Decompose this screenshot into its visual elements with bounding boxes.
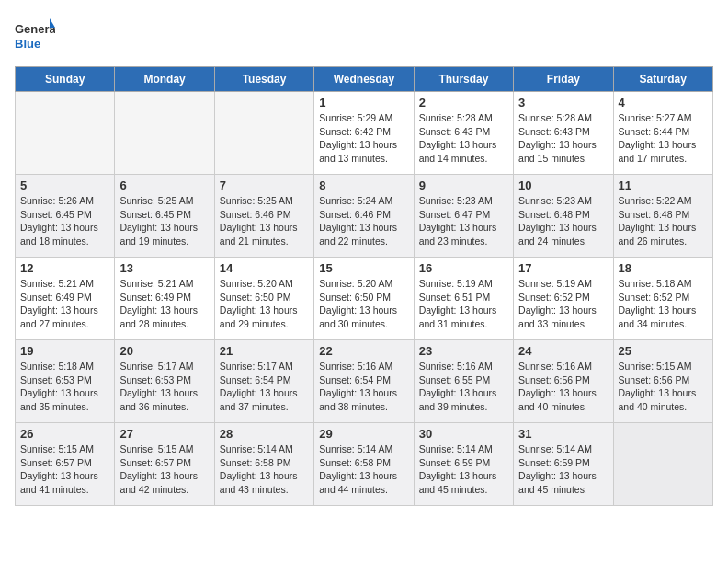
weekday-header-friday: Friday: [514, 67, 613, 92]
day-info: Sunrise: 5:20 AMSunset: 6:50 PMDaylight:…: [220, 277, 309, 331]
calendar-cell: 8Sunrise: 5:24 AMSunset: 6:46 PMDaylight…: [314, 175, 414, 258]
sunrise-text: Sunrise: 5:28 AM: [518, 111, 608, 125]
day-info: Sunrise: 5:21 AMSunset: 6:49 PMDaylight:…: [20, 277, 109, 331]
sunrise-text: Sunrise: 5:15 AM: [119, 442, 209, 456]
day-info: Sunrise: 5:17 AMSunset: 6:53 PMDaylight:…: [119, 360, 209, 414]
weekday-header-monday: Monday: [115, 67, 214, 92]
day-info: Sunrise: 5:25 AMSunset: 6:46 PMDaylight:…: [220, 194, 309, 248]
sunrise-text: Sunrise: 5:25 AM: [220, 194, 309, 208]
day-number: 17: [518, 261, 608, 275]
calendar-cell: [16, 92, 115, 175]
day-info: Sunrise: 5:20 AMSunset: 6:50 PMDaylight:…: [319, 277, 408, 331]
day-number: 10: [518, 178, 608, 192]
sunset-text: Sunset: 6:48 PM: [518, 208, 608, 222]
sunset-text: Sunset: 6:54 PM: [220, 373, 309, 387]
sunset-text: Sunset: 6:55 PM: [419, 373, 508, 387]
sunrise-text: Sunrise: 5:16 AM: [319, 360, 408, 373]
day-number: 5: [20, 178, 109, 192]
sunset-text: Sunset: 6:43 PM: [419, 125, 508, 139]
sunset-text: Sunset: 6:56 PM: [518, 373, 608, 387]
week-row-5: 26Sunrise: 5:15 AMSunset: 6:57 PMDayligh…: [16, 423, 713, 506]
sunset-text: Sunset: 6:57 PM: [119, 456, 209, 470]
calendar-cell: 1Sunrise: 5:29 AMSunset: 6:42 PMDaylight…: [314, 92, 414, 175]
day-number: 27: [119, 427, 209, 441]
daylight-text: Daylight: 13 hours and 19 minutes.: [119, 221, 209, 247]
sunset-text: Sunset: 6:44 PM: [619, 125, 708, 139]
sunset-text: Sunset: 6:45 PM: [119, 208, 209, 222]
day-info: Sunrise: 5:17 AMSunset: 6:54 PMDaylight:…: [220, 360, 309, 414]
day-number: 13: [119, 261, 209, 275]
day-number: 15: [319, 261, 408, 275]
day-number: 25: [619, 344, 708, 358]
calendar-cell: [613, 423, 712, 506]
day-info: Sunrise: 5:16 AMSunset: 6:54 PMDaylight:…: [319, 360, 408, 414]
sunrise-text: Sunrise: 5:17 AM: [220, 360, 309, 373]
calendar-cell: 7Sunrise: 5:25 AMSunset: 6:46 PMDaylight…: [214, 175, 313, 258]
daylight-text: Daylight: 13 hours and 21 minutes.: [220, 221, 309, 247]
sunset-text: Sunset: 6:51 PM: [419, 291, 508, 304]
sunrise-text: Sunrise: 5:25 AM: [119, 194, 209, 208]
sunrise-text: Sunrise: 5:15 AM: [619, 360, 708, 373]
sunset-text: Sunset: 6:57 PM: [20, 456, 109, 470]
daylight-text: Daylight: 13 hours and 40 minutes.: [518, 386, 608, 413]
logo-wrapper: GeneralBlue: [15, 15, 55, 55]
sunrise-text: Sunrise: 5:22 AM: [619, 194, 708, 208]
day-number: 30: [419, 427, 508, 441]
sunrise-text: Sunrise: 5:14 AM: [518, 442, 608, 456]
day-number: 31: [518, 427, 608, 441]
sunrise-text: Sunrise: 5:15 AM: [20, 442, 109, 456]
sunset-text: Sunset: 6:54 PM: [319, 373, 408, 387]
calendar-cell: 24Sunrise: 5:16 AMSunset: 6:56 PMDayligh…: [514, 340, 613, 423]
daylight-text: Daylight: 13 hours and 38 minutes.: [319, 386, 408, 413]
daylight-text: Daylight: 13 hours and 45 minutes.: [518, 469, 608, 496]
week-row-3: 12Sunrise: 5:21 AMSunset: 6:49 PMDayligh…: [16, 258, 713, 340]
svg-text:Blue: Blue: [15, 37, 40, 51]
day-number: 14: [220, 261, 309, 275]
calendar-cell: 31Sunrise: 5:14 AMSunset: 6:59 PMDayligh…: [514, 423, 613, 506]
day-number: 18: [619, 261, 708, 275]
day-info: Sunrise: 5:23 AMSunset: 6:47 PMDaylight:…: [419, 194, 508, 248]
sunset-text: Sunset: 6:48 PM: [619, 208, 708, 222]
sunrise-text: Sunrise: 5:21 AM: [20, 277, 109, 291]
calendar-cell: 10Sunrise: 5:23 AMSunset: 6:48 PMDayligh…: [514, 175, 613, 258]
sunrise-text: Sunrise: 5:27 AM: [619, 111, 708, 125]
day-info: Sunrise: 5:28 AMSunset: 6:43 PMDaylight:…: [518, 111, 608, 166]
calendar-cell: 4Sunrise: 5:27 AMSunset: 6:44 PMDaylight…: [613, 92, 712, 175]
sunset-text: Sunset: 6:42 PM: [319, 125, 408, 139]
sunset-text: Sunset: 6:49 PM: [119, 291, 209, 304]
sunrise-text: Sunrise: 5:18 AM: [619, 277, 708, 291]
daylight-text: Daylight: 13 hours and 43 minutes.: [220, 469, 309, 496]
day-info: Sunrise: 5:14 AMSunset: 6:59 PMDaylight:…: [419, 442, 508, 497]
day-number: 8: [319, 178, 408, 192]
daylight-text: Daylight: 13 hours and 31 minutes.: [419, 304, 508, 330]
header-row: SundayMondayTuesdayWednesdayThursdayFrid…: [16, 67, 713, 92]
daylight-text: Daylight: 13 hours and 13 minutes.: [319, 138, 408, 165]
day-info: Sunrise: 5:22 AMSunset: 6:48 PMDaylight:…: [619, 194, 708, 248]
day-info: Sunrise: 5:25 AMSunset: 6:45 PMDaylight:…: [119, 194, 209, 248]
daylight-text: Daylight: 13 hours and 24 minutes.: [518, 221, 608, 247]
sunrise-text: Sunrise: 5:23 AM: [419, 194, 508, 208]
day-number: 28: [220, 427, 309, 441]
day-info: Sunrise: 5:16 AMSunset: 6:56 PMDaylight:…: [518, 360, 608, 414]
daylight-text: Daylight: 13 hours and 27 minutes.: [20, 304, 109, 330]
calendar-cell: 19Sunrise: 5:18 AMSunset: 6:53 PMDayligh…: [16, 340, 115, 423]
daylight-text: Daylight: 13 hours and 40 minutes.: [619, 386, 708, 413]
sunrise-text: Sunrise: 5:18 AM: [20, 360, 109, 373]
calendar-cell: 5Sunrise: 5:26 AMSunset: 6:45 PMDaylight…: [16, 175, 115, 258]
daylight-text: Daylight: 13 hours and 34 minutes.: [619, 304, 708, 330]
day-number: 9: [419, 178, 508, 192]
daylight-text: Daylight: 13 hours and 45 minutes.: [419, 469, 508, 496]
calendar-cell: 21Sunrise: 5:17 AMSunset: 6:54 PMDayligh…: [214, 340, 313, 423]
calendar-cell: 30Sunrise: 5:14 AMSunset: 6:59 PMDayligh…: [414, 423, 513, 506]
header: GeneralBlue: [15, 15, 713, 55]
calendar-cell: 2Sunrise: 5:28 AMSunset: 6:43 PMDaylight…: [414, 92, 513, 175]
sunrise-text: Sunrise: 5:29 AM: [319, 111, 408, 125]
sunset-text: Sunset: 6:58 PM: [220, 456, 309, 470]
sunset-text: Sunset: 6:47 PM: [419, 208, 508, 222]
sunset-text: Sunset: 6:49 PM: [20, 291, 109, 304]
daylight-text: Daylight: 13 hours and 30 minutes.: [319, 304, 408, 330]
day-info: Sunrise: 5:23 AMSunset: 6:48 PMDaylight:…: [518, 194, 608, 248]
daylight-text: Daylight: 13 hours and 28 minutes.: [119, 304, 209, 330]
calendar-cell: 25Sunrise: 5:15 AMSunset: 6:56 PMDayligh…: [613, 340, 712, 423]
daylight-text: Daylight: 13 hours and 22 minutes.: [319, 221, 408, 247]
